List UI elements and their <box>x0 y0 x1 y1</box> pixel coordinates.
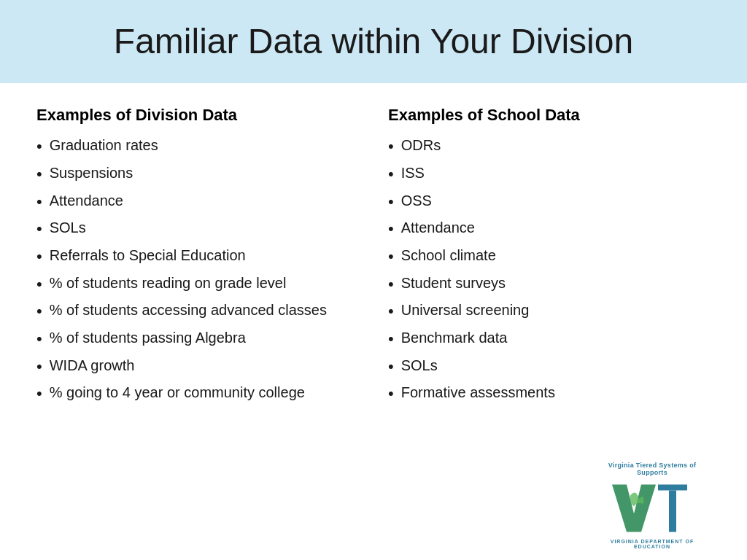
left-column-title: Examples of Division Data <box>36 105 359 126</box>
list-item-text: Formative assessments <box>401 383 711 402</box>
list-item-text: Benchmark data <box>401 328 711 348</box>
list-item: % of students accessing advanced classes <box>36 300 359 322</box>
list-item-text: ISS <box>401 163 711 183</box>
left-column: Examples of Division Data Graduation rat… <box>36 105 359 560</box>
list-item-text: Student surveys <box>401 273 711 293</box>
school-data-list: ODRs ISS OSS Attendance School climate S… <box>388 136 711 405</box>
list-item: ODRs <box>388 136 711 158</box>
list-item: School climate <box>388 246 711 268</box>
svg-rect-2 <box>669 491 676 532</box>
list-item-text: % of students reading on grade level <box>50 273 359 293</box>
list-item-text: School climate <box>401 246 711 265</box>
list-item-text: ODRs <box>401 136 711 155</box>
header-title: Familiar Data within Your Division <box>44 20 703 63</box>
logo-area: Virginia Tiered Systems of Supports VIRG… <box>388 462 711 560</box>
list-item: Universal screening <box>388 300 711 322</box>
list-item: Benchmark data <box>388 328 711 350</box>
list-item-text: Graduation rates <box>50 136 359 155</box>
content-area: Examples of Division Data Graduation rat… <box>0 105 747 560</box>
slide-header: Familiar Data within Your Division <box>0 0 747 83</box>
list-item: SOLs <box>388 356 711 378</box>
vtss-logo-svg <box>608 479 696 537</box>
list-item-text: SOLs <box>50 218 359 238</box>
right-column: Examples of School Data ODRs ISS OSS Att… <box>388 105 711 560</box>
slide: Familiar Data within Your Division Examp… <box>0 0 747 560</box>
svg-rect-1 <box>658 485 687 491</box>
list-item-text: Referrals to Special Education <box>50 246 359 265</box>
list-item: Graduation rates <box>36 136 359 158</box>
list-item-text: Suspensions <box>50 163 359 183</box>
list-item-text: Universal screening <box>401 300 711 320</box>
list-item-text: % of students passing Algebra <box>50 328 359 348</box>
list-item: Referrals to Special Education <box>36 246 359 268</box>
vtss-logo: Virginia Tiered Systems of Supports VIRG… <box>594 462 711 549</box>
logo-bottom-text: VIRGINIA DEPARTMENT OF EDUCATION <box>594 539 711 549</box>
list-item: Suspensions <box>36 163 359 185</box>
list-item: SOLs <box>36 218 359 240</box>
list-item: % of students reading on grade level <box>36 273 359 295</box>
list-item: Attendance <box>36 191 359 213</box>
list-item: Student surveys <box>388 273 711 295</box>
list-item: Formative assessments <box>388 383 711 405</box>
list-item-text: WIDA growth <box>50 356 359 376</box>
list-item: OSS <box>388 191 711 213</box>
list-item: Attendance <box>388 218 711 240</box>
division-data-list: Graduation rates Suspensions Attendance … <box>36 136 359 405</box>
list-item: % going to 4 year or community college <box>36 383 359 405</box>
svg-marker-0 <box>612 485 656 532</box>
right-column-content: Examples of School Data ODRs ISS OSS Att… <box>388 105 711 462</box>
list-item: % of students passing Algebra <box>36 328 359 350</box>
list-item-text: SOLs <box>401 356 711 376</box>
list-item: ISS <box>388 163 711 185</box>
list-item-text: Attendance <box>401 218 711 238</box>
list-item: WIDA growth <box>36 356 359 378</box>
list-item-text: OSS <box>401 191 711 211</box>
list-item-text: Attendance <box>50 191 359 211</box>
logo-top-text: Virginia Tiered Systems of Supports <box>594 462 711 476</box>
right-column-title: Examples of School Data <box>388 105 711 126</box>
list-item-text: % of students accessing advanced classes <box>50 300 359 320</box>
list-item-text: % going to 4 year or community college <box>50 383 359 402</box>
